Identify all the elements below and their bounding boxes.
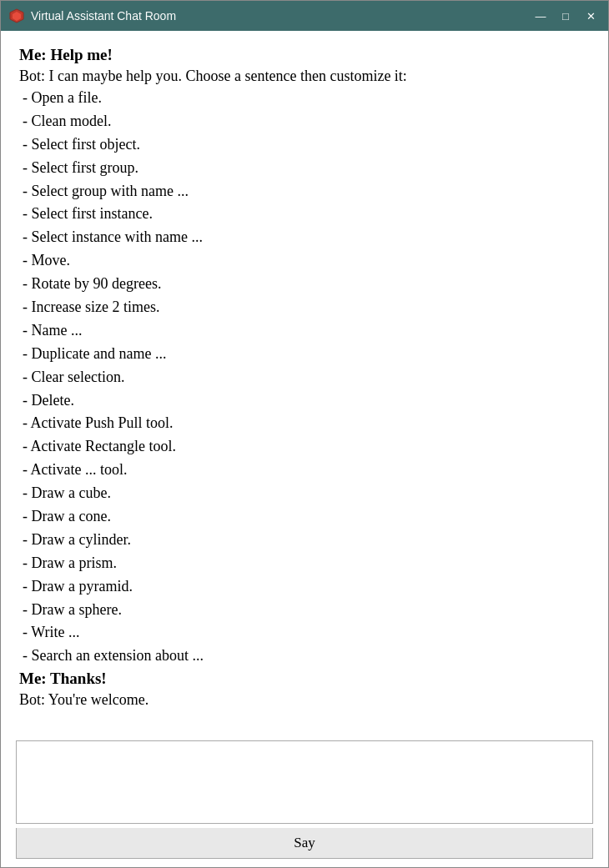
command-list: - Open a file. - Clean model. - Select f…	[23, 87, 590, 668]
list-item: - Clear selection.	[23, 366, 590, 389]
bot-message-2: Bot: You're welcome.	[19, 691, 590, 709]
user-message-1: Me: Help me!	[19, 46, 590, 64]
chat-area: Me: Help me! Bot: I can maybe help you. …	[1, 31, 608, 732]
list-item: - Draw a cube.	[23, 482, 590, 505]
window-controls: — □ ✕	[531, 7, 600, 25]
list-item: - Search an extension about ...	[23, 645, 590, 668]
window-title: Virtual Assistant Chat Room	[31, 9, 531, 23]
list-item: - Open a file.	[23, 87, 590, 110]
list-item: - Increase size 2 times.	[23, 296, 590, 319]
bottom-padding	[1, 859, 608, 867]
list-item: - Delete.	[23, 389, 590, 413]
close-button[interactable]: ✕	[581, 7, 600, 25]
minimize-button[interactable]: —	[531, 7, 550, 25]
list-item: - Select first instance.	[23, 203, 590, 226]
list-item: - Activate Rectangle tool.	[23, 435, 590, 459]
list-item: - Draw a sphere.	[23, 599, 590, 622]
list-item: - Activate Push Pull tool.	[23, 412, 590, 435]
maximize-button[interactable]: □	[556, 7, 575, 25]
list-item: - Select first object.	[23, 133, 590, 157]
say-button[interactable]: Say	[16, 828, 593, 859]
list-item: - Select group with name ...	[23, 180, 590, 203]
app-icon	[9, 8, 24, 23]
list-item: - Duplicate and name ...	[23, 343, 590, 366]
list-item: - Select instance with name ...	[23, 226, 590, 249]
input-area: Say	[1, 732, 608, 859]
list-item: - Select first group.	[23, 157, 590, 180]
title-bar: Virtual Assistant Chat Room — □ ✕	[1, 1, 608, 31]
chat-input[interactable]	[16, 740, 593, 824]
user-message-2: Me: Thanks!	[19, 670, 590, 688]
bot-message-1: Bot: I can maybe help you. Choose a sent…	[19, 68, 590, 85]
list-item: - Move.	[23, 249, 590, 273]
list-item-rotate: - Rotate by 90 degrees.	[23, 273, 590, 296]
list-item: - Draw a cylinder.	[23, 529, 590, 552]
list-item: - Draw a cone.	[23, 505, 590, 529]
list-item: - Activate ... tool.	[23, 459, 590, 482]
list-item: - Name ...	[23, 319, 590, 343]
main-window: Virtual Assistant Chat Room — □ ✕ Me: He…	[0, 0, 609, 868]
list-item: - Clean model.	[23, 110, 590, 133]
list-item: - Draw a pyramid.	[23, 575, 590, 599]
list-item: - Draw a prism.	[23, 552, 590, 575]
list-item: - Write ...	[23, 621, 590, 645]
